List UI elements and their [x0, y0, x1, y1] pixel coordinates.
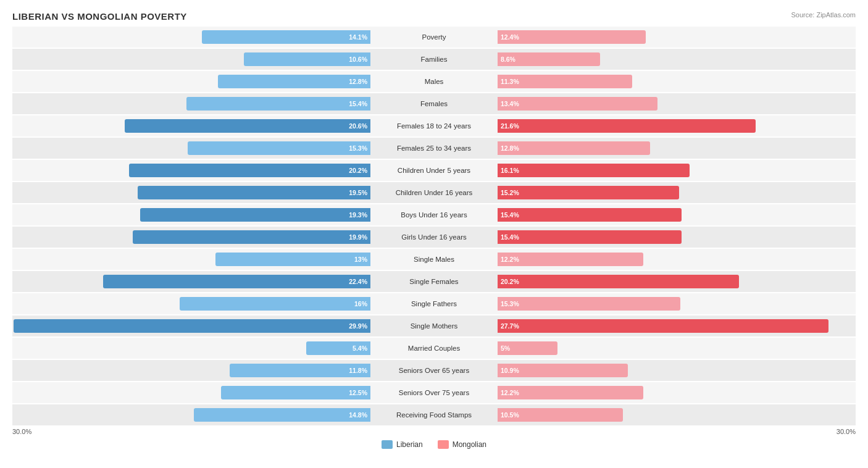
- right-bar-container: 10.9%: [498, 360, 856, 381]
- bar-right: 21.6%: [498, 119, 756, 133]
- left-value-in: 22.4%: [349, 278, 367, 285]
- bar-left: 16%: [180, 297, 370, 311]
- row-label: Married Couples: [370, 345, 498, 352]
- left-value-in: 15.3%: [349, 144, 367, 152]
- row-label: Girls Under 16 years: [370, 233, 498, 241]
- row-label: Seniors Over 75 years: [370, 389, 498, 396]
- right-bar-container: 5%: [498, 338, 856, 359]
- chart-row: 19.9% Girls Under 16 years 15.4%: [12, 227, 856, 248]
- right-value-in: 10.5%: [501, 411, 519, 419]
- bar-right: 5%: [498, 341, 557, 355]
- right-value-in: 15.4%: [501, 233, 519, 241]
- bar-right: 12.8%: [498, 141, 650, 155]
- chart-row: 22.4% Single Females 20.2%: [12, 271, 856, 292]
- right-bar-container: 21.6%: [498, 115, 856, 136]
- left-value-in: 14.1%: [349, 33, 367, 41]
- right-bar-container: 12.2%: [498, 249, 856, 270]
- left-value-in: 19.5%: [349, 189, 367, 196]
- left-bar-container: 20.6%: [12, 115, 370, 136]
- x-axis-right-label: 30.0%: [837, 428, 856, 435]
- row-label: Boys Under 16 years: [370, 211, 498, 219]
- chart-title: LIBERIAN VS MONGOLIAN POVERTY: [12, 11, 856, 22]
- x-axis-left: 30.0%: [12, 428, 372, 435]
- chart-row: 15.3% Females 25 to 34 years 12.8%: [12, 138, 856, 159]
- bar-right: 16.1%: [498, 164, 690, 177]
- left-value-in: 15.4%: [349, 100, 367, 107]
- bar-right: 15.3%: [498, 297, 680, 311]
- right-value-in: 16.1%: [501, 167, 519, 174]
- row-label: Males: [370, 78, 498, 85]
- left-value-in: 20.6%: [349, 122, 367, 130]
- left-bar-container: 12.5%: [12, 382, 370, 403]
- bar-left: 11.8%: [230, 364, 370, 377]
- left-bar-container: 20.2%: [12, 160, 370, 181]
- bar-right: 12.2%: [498, 253, 643, 266]
- bar-right: 12.2%: [498, 386, 643, 399]
- right-value-in: 12.8%: [501, 144, 519, 152]
- left-value-in: 16%: [354, 300, 367, 307]
- left-bar-container: 10.6%: [12, 49, 370, 70]
- right-bar-container: 12.4%: [498, 27, 856, 48]
- bar-right: 27.7%: [498, 319, 828, 333]
- legend-liberian-color: [382, 440, 393, 449]
- legend-mongolian-color: [438, 440, 449, 449]
- bar-left: 10.6%: [244, 52, 370, 66]
- row-label: Receiving Food Stamps: [370, 411, 498, 419]
- row-label: Single Males: [370, 256, 498, 263]
- left-value-in: 19.9%: [349, 233, 367, 241]
- right-value-in: 12.4%: [501, 33, 519, 41]
- bar-left: 12.5%: [221, 386, 370, 399]
- left-value-in: 12.8%: [349, 78, 367, 85]
- bar-left: 5.4%: [306, 341, 370, 355]
- left-value-in: 20.2%: [349, 167, 367, 174]
- row-label: Children Under 5 years: [370, 167, 498, 174]
- left-value-in: 13%: [354, 256, 367, 263]
- right-bar-container: 27.7%: [498, 315, 856, 336]
- chart-row: 20.2% Children Under 5 years 16.1%: [12, 160, 856, 181]
- bar-left: 14.8%: [194, 408, 370, 422]
- right-value-in: 11.3%: [501, 78, 519, 85]
- row-label: Females: [370, 100, 498, 107]
- chart-row: 13% Single Males 12.2%: [12, 249, 856, 270]
- chart-row: 16% Single Fathers 15.3%: [12, 293, 856, 314]
- left-bar-container: 15.3%: [12, 138, 370, 159]
- right-bar-container: 15.4%: [498, 204, 856, 225]
- right-value-in: 13.4%: [501, 100, 519, 107]
- row-label: Females 18 to 24 years: [370, 122, 498, 130]
- left-value-in: 5.4%: [353, 345, 367, 352]
- source-text: Source: ZipAtlas.com: [791, 11, 856, 19]
- row-label: Single Females: [370, 278, 498, 285]
- bar-left: 22.4%: [103, 275, 370, 288]
- bar-right: 20.2%: [498, 275, 739, 288]
- legend-mongolian-label: Mongolian: [453, 440, 486, 449]
- legend-mongolian: Mongolian: [438, 440, 486, 449]
- bar-left: 29.9%: [14, 319, 370, 333]
- left-bar-container: 19.3%: [12, 204, 370, 225]
- right-value-in: 12.2%: [501, 256, 519, 263]
- bar-left: 12.8%: [218, 75, 370, 88]
- right-value-in: 27.7%: [501, 322, 519, 330]
- bar-right: 10.9%: [498, 364, 628, 377]
- x-axis: 30.0% 30.0%: [12, 428, 856, 435]
- right-value-in: 10.9%: [501, 367, 519, 374]
- chart-container: LIBERIAN VS MONGOLIAN POVERTY Source: Zi…: [0, 0, 868, 467]
- bar-right: 15.4%: [498, 208, 682, 222]
- chart-row: 20.6% Females 18 to 24 years 21.6%: [12, 115, 856, 136]
- legend: Liberian Mongolian: [12, 440, 856, 449]
- bar-left: 14.1%: [202, 30, 370, 44]
- left-bar-container: 11.8%: [12, 360, 370, 381]
- chart-row: 11.8% Seniors Over 65 years 10.9%: [12, 360, 856, 381]
- right-value-in: 15.2%: [501, 189, 519, 196]
- left-value-in: 19.3%: [349, 211, 367, 219]
- row-label: Families: [370, 56, 498, 63]
- left-bar-container: 12.8%: [12, 71, 370, 92]
- chart-row: 14.1% Poverty 12.4%: [12, 27, 856, 48]
- right-value-in: 5%: [501, 345, 510, 352]
- bar-left: 20.6%: [125, 119, 370, 133]
- left-bar-container: 19.5%: [12, 182, 370, 203]
- bar-left: 15.3%: [188, 141, 370, 155]
- bar-right: 15.2%: [498, 186, 679, 199]
- right-value-in: 8.6%: [501, 56, 515, 63]
- bar-right: 10.5%: [498, 408, 623, 422]
- left-bar-container: 14.1%: [12, 27, 370, 48]
